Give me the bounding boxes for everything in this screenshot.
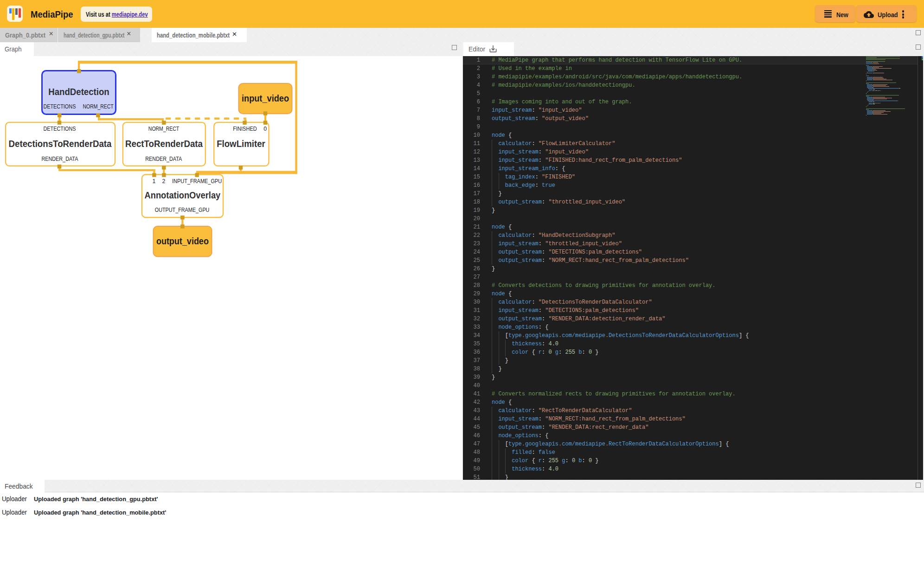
svg-text:DetectionsToRenderData: DetectionsToRenderData <box>9 139 112 149</box>
svg-text:1: 1 <box>153 178 156 185</box>
svg-text:INPUT_FRAME_GPU: INPUT_FRAME_GPU <box>172 178 222 185</box>
svg-text:DETECTIONS: DETECTIONS <box>43 103 76 110</box>
svg-text:0: 0 <box>263 126 267 132</box>
svg-text:AnnotationOverlay: AnnotationOverlay <box>145 190 221 200</box>
svg-text:2: 2 <box>162 178 165 185</box>
svg-text:HandDetection: HandDetection <box>48 87 109 97</box>
svg-text:RectToRenderData: RectToRenderData <box>125 139 203 149</box>
svg-text:OUTPUT_FRAME_GPU: OUTPUT_FRAME_GPU <box>155 207 210 213</box>
svg-text:NORM_RECT: NORM_RECT <box>83 103 114 110</box>
svg-text:FINISHED: FINISHED <box>233 126 257 132</box>
svg-text:input_video: input_video <box>242 93 289 103</box>
svg-text:DETECTIONS: DETECTIONS <box>44 126 76 132</box>
svg-text:output_video: output_video <box>156 236 209 246</box>
svg-text:NORM_RECT: NORM_RECT <box>148 126 180 132</box>
svg-text:FlowLimiter: FlowLimiter <box>217 139 265 149</box>
svg-text:RENDER_DATA: RENDER_DATA <box>145 156 182 162</box>
svg-text:RENDER_DATA: RENDER_DATA <box>41 156 78 162</box>
